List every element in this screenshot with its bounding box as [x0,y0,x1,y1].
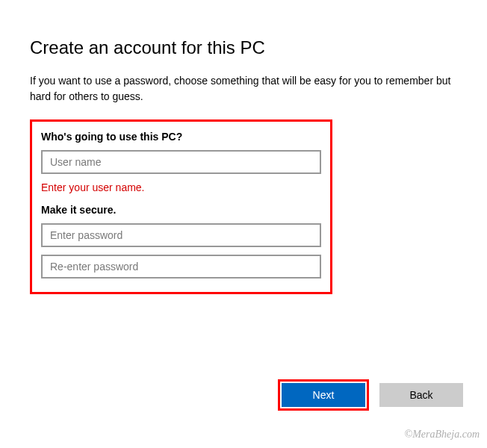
reenter-password-input[interactable] [41,255,321,279]
button-bar: Next Back [278,379,463,411]
account-form-highlight: Who's going to use this PC? Enter your u… [30,119,332,294]
next-button-highlight: Next [278,379,369,411]
username-error: Enter your user name. [41,181,321,193]
back-button[interactable]: Back [379,383,463,407]
watermark: ©MeraBheja.com [405,429,480,441]
user-section-label: Who's going to use this PC? [41,131,321,143]
page-title: Create an account for this PC [30,37,457,58]
page-description: If you want to use a password, choose so… [30,73,457,105]
password-input[interactable] [41,223,321,247]
username-input[interactable] [41,150,321,174]
secure-section-label: Make it secure. [41,204,321,216]
next-button[interactable]: Next [282,383,365,407]
